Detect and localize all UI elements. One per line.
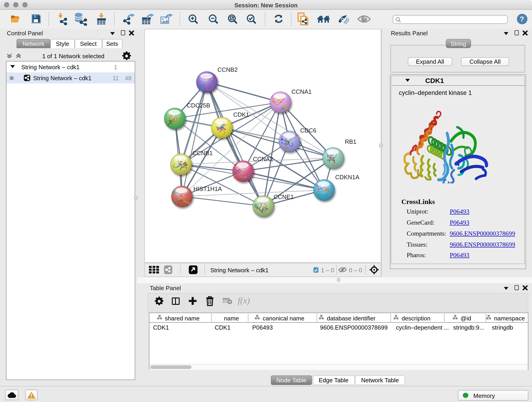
svg-text:CDKN1A: CDKN1A	[335, 173, 360, 180]
svg-text:CDK1: CDK1	[233, 111, 249, 118]
svg-text:CDC6: CDC6	[300, 127, 317, 134]
svg-text:CCNA1: CCNA1	[291, 88, 312, 95]
svg-text:RB1: RB1	[345, 138, 356, 145]
svg-text:HIST1H1A: HIST1H1A	[193, 185, 222, 192]
svg-text:CCNA2: CCNA2	[253, 155, 273, 162]
svg-text:CDC25B: CDC25B	[187, 102, 210, 109]
svg-text:CCNB1: CCNB1	[192, 149, 213, 156]
svg-text:CCNE1: CCNE1	[273, 193, 294, 200]
svg-text:CCNB2: CCNB2	[217, 66, 238, 73]
